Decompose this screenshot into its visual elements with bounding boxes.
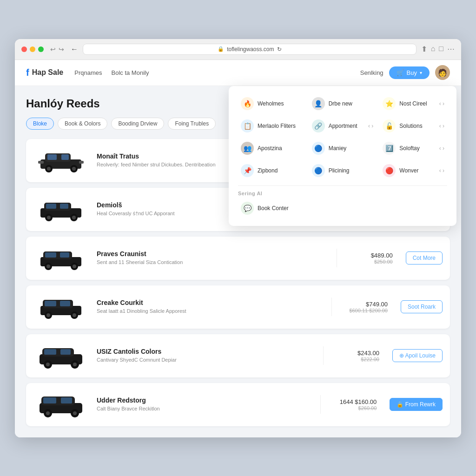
maximize-button[interactable]: [38, 46, 44, 52]
listing-desc-2: Sent and 11 Sheerial Siza Contication: [97, 259, 327, 266]
listing-card-4: USIZ Cantolis Colors Cantivary ShyedC Co…: [26, 334, 450, 377]
chevron-icon-4: ‹ ›: [368, 123, 373, 129]
svg-point-33: [73, 313, 76, 317]
dropdown-item-6[interactable]: 👥 Apostzina: [238, 140, 305, 157]
dropdown-item-0[interactable]: 🔥 Weholmes: [238, 95, 305, 112]
nav-link-bolc[interactable]: Bolc ta Monily: [112, 69, 149, 76]
listing-title-4: USIZ Cantolis Colors: [97, 348, 314, 355]
filter-tab-3[interactable]: Foing Trubles: [168, 118, 216, 130]
car-image-5: [33, 390, 89, 420]
action-button-3[interactable]: Soot Roark: [401, 300, 443, 313]
lock-icon: 🔒: [218, 46, 224, 52]
listing-info-3: Creake Courkit Seat laatt a1 Dinobling S…: [97, 299, 322, 315]
buy-label: Buy: [407, 69, 417, 76]
back-icon[interactable]: ↩: [50, 46, 56, 53]
listing-price-4: $243.00 $222.00: [333, 350, 379, 362]
dropdown-item-1[interactable]: 👤 Drbe new: [309, 95, 377, 112]
logo: f Hap Sale: [26, 67, 63, 78]
dropdown-item-8[interactable]: 7️⃣ Soloftay ‹ ›: [380, 140, 447, 157]
svg-point-5: [47, 167, 51, 171]
dropdown-item-2[interactable]: ⭐ Nost Cireel ‹ ›: [380, 95, 447, 112]
avatar-icon: 🧑: [438, 68, 447, 77]
svg-rect-37: [60, 349, 71, 355]
svg-point-17: [72, 216, 76, 219]
listing-info-4: USIZ Cantolis Colors Cantivary ShyedC Co…: [97, 348, 314, 364]
reload-icon[interactable]: ↻: [277, 46, 282, 53]
svg-rect-36: [44, 349, 56, 355]
nav-link-prqnames[interactable]: Prqnames: [74, 69, 102, 76]
separator-2: [337, 249, 337, 267]
car-image-1: [33, 194, 89, 225]
dropdown-icon-10: 🔵: [312, 164, 325, 177]
dropdown-grid: 🔥 Weholmes 👤 Drbe new ⭐ Nost Cireel ‹ › …: [238, 95, 447, 179]
brand-name: Hap Sale: [32, 68, 64, 77]
browser-nav-icons: ↩ ↪: [50, 46, 64, 53]
listing-title-3: Creake Courkit: [97, 299, 322, 306]
search-label: Senlking: [360, 69, 383, 76]
dropdown-icon-5: 🔓: [383, 119, 396, 132]
chevron-down-icon: ▾: [420, 70, 422, 75]
dropdown-item-10[interactable]: 🔵 Plicining: [309, 162, 377, 179]
dropdown-label-4: Apportment: [329, 123, 357, 129]
action-button-4[interactable]: ⊕ Apoil Louise: [392, 349, 443, 362]
svg-rect-8: [38, 161, 44, 164]
dropdown-label-11: Wonver: [399, 167, 418, 174]
url-text: toflelingwaoss.com: [227, 46, 274, 53]
share-icon[interactable]: ⬆: [421, 45, 427, 53]
action-button-5[interactable]: 🔒 From Rewrk: [390, 398, 443, 411]
dropdown-item-7[interactable]: 🔵 Maniey: [309, 140, 377, 157]
home-icon[interactable]: ⌂: [431, 45, 436, 53]
svg-rect-29: [60, 301, 70, 306]
listing-card-2: Praves Craunist Sent and 11 Sheerial Siz…: [26, 237, 450, 280]
dropdown-label-1: Drbe new: [329, 100, 352, 107]
filter-tab-2[interactable]: Booding Drview: [111, 118, 164, 130]
listing-price-2: $489.00 $250.00: [346, 252, 393, 264]
dropdown-item-4[interactable]: 🔗 Apportment ‹ ›: [309, 118, 377, 134]
traffic-lights: [21, 46, 44, 52]
price-value-3: $749.00: [341, 301, 388, 308]
listing-action-3: Soot Roark: [401, 300, 443, 313]
dropdown-item-9[interactable]: 📌 Zipbond: [238, 162, 305, 179]
dropdown-item-3[interactable]: 📋 Merlaolo Fliters: [238, 118, 305, 134]
back-arrow[interactable]: ←: [71, 45, 78, 53]
dropdown-icon-1: 👤: [312, 97, 325, 110]
address-bar[interactable]: 🔒 toflelingwaoss.com ↻: [83, 44, 416, 55]
avatar[interactable]: 🧑: [435, 65, 450, 80]
footer-icon: 💬: [241, 202, 254, 215]
dropdown-item-11[interactable]: 🔴 Wonver ‹ ›: [380, 162, 447, 179]
separator-5: [320, 395, 321, 414]
dropdown-label-0: Weholmes: [258, 100, 284, 107]
dropdown-icon-0: 🔥: [241, 97, 254, 110]
bookmark-icon[interactable]: □: [439, 45, 443, 53]
dropdown-item-5[interactable]: 🔓 Solutions ‹ ›: [380, 118, 447, 134]
dropdown-label-10: Plicining: [329, 167, 350, 174]
nav-links: Prqnames Bolc ta Monily: [74, 69, 149, 76]
svg-rect-2: [47, 154, 57, 160]
svg-rect-28: [45, 301, 56, 306]
header-right: Senlking 🛒 Buy ▾ 🧑: [360, 65, 450, 80]
filter-tab-0[interactable]: Bloke: [26, 118, 54, 130]
listing-action-4: ⊕ Apoil Louise: [392, 349, 443, 362]
dropdown-icon-3: 📋: [241, 119, 254, 132]
minimize-button[interactable]: [30, 46, 35, 52]
dropdown-section-label: Sering Al: [238, 191, 447, 196]
listing-card-3: Creake Courkit Seat laatt a1 Dinobling S…: [26, 285, 450, 329]
forward-icon[interactable]: ↪: [59, 46, 64, 53]
dropdown-footer-item[interactable]: 💬 Book Conter: [238, 200, 447, 217]
listing-price-3: $749.00 $600.11 $200.00: [341, 301, 388, 313]
listing-title-5: Udder Redstorg: [97, 397, 311, 404]
svg-rect-3: [61, 154, 69, 160]
menu-icon[interactable]: ⋯: [447, 45, 455, 53]
dropdown-label-5: Solutions: [399, 123, 422, 129]
svg-rect-44: [43, 397, 56, 403]
filter-tab-1[interactable]: Book & Oolors: [58, 118, 107, 130]
close-button[interactable]: [21, 46, 27, 52]
dropdown-label-8: Soloftay: [399, 145, 419, 152]
buy-button[interactable]: 🛒 Buy ▾: [389, 66, 430, 79]
dropdown-label-7: Maniey: [329, 145, 347, 152]
dropdown-label-6: Apostzina: [258, 145, 282, 152]
action-button-2[interactable]: Cot More: [406, 251, 443, 264]
dropdown-footer-label: Book Conter: [258, 205, 289, 212]
original-price-5: $260.00: [330, 405, 377, 411]
dropdown-icon-7: 🔵: [312, 142, 325, 155]
